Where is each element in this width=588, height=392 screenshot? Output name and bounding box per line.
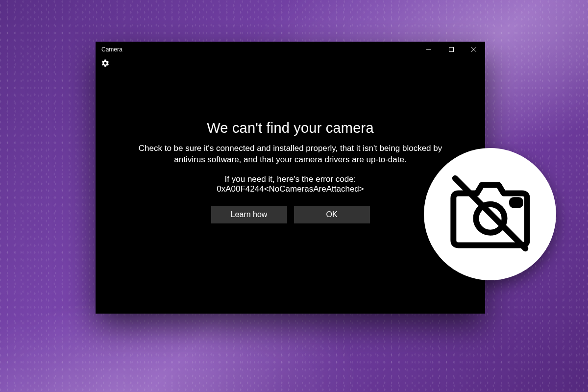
maximize-button[interactable]: [440, 42, 463, 57]
learn-how-button[interactable]: Learn how: [211, 206, 287, 223]
titlebar[interactable]: Camera: [96, 42, 485, 57]
error-code: 0xA00F4244<NoCamerasAreAttached>: [125, 184, 456, 194]
svg-point-1: [476, 204, 504, 232]
error-description: Check to be sure it's connected and inst…: [134, 143, 447, 166]
ok-button[interactable]: OK: [294, 206, 370, 223]
gear-icon: [101, 59, 110, 70]
error-heading: We can't find your camera: [125, 120, 456, 136]
app-toolbar: [96, 57, 485, 72]
svg-rect-0: [449, 48, 454, 52]
window-controls: [417, 42, 485, 57]
no-camera-badge: [424, 148, 556, 280]
minimize-button[interactable]: [417, 42, 440, 57]
no-camera-icon: [440, 163, 540, 266]
window-title: Camera: [101, 46, 417, 53]
camera-app-window: Camera We can't find your camera Check t…: [96, 42, 485, 314]
svg-rect-2: [512, 200, 520, 205]
settings-button[interactable]: [100, 59, 110, 69]
svg-line-3: [455, 178, 525, 248]
close-button[interactable]: [463, 42, 485, 57]
button-row: Learn how OK: [125, 206, 456, 223]
error-code-intro: If you need it, here's the error code:: [125, 174, 456, 184]
